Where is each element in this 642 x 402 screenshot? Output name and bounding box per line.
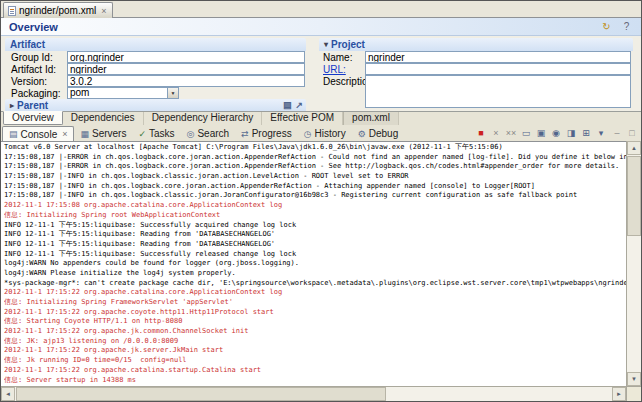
console-title-line: Tomcat v6.0 Server at localhost [Apache … [4,143,626,153]
console-icon: ▤ [9,128,18,140]
console-log-line: 信息: Server startup in 14388 ms [4,376,626,386]
remove-all-launches-icon[interactable]: ×× [505,127,517,139]
editor-tab-label: ngrinder/pom.xml [19,5,96,16]
search-tab-label: Search [197,128,229,139]
console-log-line: 17:15:08,187 |-INFO in ch.qos.logback.cl… [4,191,626,201]
maximize-icon[interactable]: □ [626,127,638,139]
tab-pom-xml[interactable]: pom.xml [343,112,399,125]
terminate-icon[interactable]: ■ [475,127,487,139]
close-icon[interactable]: × [101,6,106,16]
console-log-line: 17:15:08,187 |-ERROR in ch.qos.logback.c… [4,153,626,163]
vertical-scrollbar[interactable]: ▲ ▼ [626,141,641,386]
view-window-buttons: – □ [611,127,638,139]
tab-servers[interactable]: ▦ Servers [74,126,132,141]
packaging-label: Packaging: [11,88,60,99]
tasks-icon: ✓ [138,128,146,140]
console-log-line: 2012-11-1 17:15:22 org.apache.jk.server.… [4,346,626,356]
tab-search[interactable]: ◎ Search [181,126,236,141]
scroll-right-icon[interactable]: ► [612,387,626,401]
artifact-section-header: Artifact [5,38,306,51]
debug-tab-label: Debug [369,128,398,139]
search-icon: ◎ [187,128,195,140]
open-console-icon[interactable]: ⊞ [580,127,592,139]
pin-console-icon[interactable]: ◉ [550,127,562,139]
tab-tasks[interactable]: ✓ Tasks [132,126,180,141]
scroll-up-icon[interactable]: ▲ [627,141,641,155]
console-log[interactable]: Tomcat v6.0 Server at localhost [Apache … [1,141,626,386]
editor-page-tabbar: Overview Dependencies Dependency Hierarc… [1,111,641,125]
view-menu-icon[interactable]: ▾ [595,127,607,139]
tab-effective-pom[interactable]: Effective POM [262,112,343,125]
console-log-line: 2012-11-1 17:15:22 org.apache.catalina.c… [4,288,626,298]
console-log-line: 信息: Starting Coyote HTTP/1.1 on http-808… [4,317,626,327]
help-icon[interactable]: ? [620,20,633,33]
tab-console[interactable]: ▤ Console × [2,126,74,141]
progress-tab-label: Progress [252,128,292,139]
artifact-id-field[interactable] [67,63,305,75]
console-log-line: 17:15:08,187 |-INFO in ch.qos.logback.co… [4,182,626,192]
remove-launch-icon[interactable]: × [490,127,502,139]
vertical-scrollbar-thumb[interactable] [627,156,641,236]
history-icon: ◷ [304,128,312,140]
tab-dependencies[interactable]: Dependencies [63,112,144,125]
name-field[interactable] [365,51,631,63]
tasks-tab-label: Tasks [149,128,175,139]
console-log-line: log4j:WARN Please initialize the log4j s… [4,269,626,279]
console-log-line: 2012-11-1 17:15:22 org.apache.catalina.s… [4,366,626,376]
console-tab-label: Console [21,129,58,140]
version-label: Version: [11,76,47,87]
group-id-field[interactable] [67,51,305,63]
tab-history[interactable]: ◷ History [298,126,352,141]
servers-icon: ▦ [80,128,89,140]
version-field[interactable] [67,75,305,87]
console-log-line: INFO 12-11-1 下午5:15:liquibase: Reading f… [4,230,626,240]
chevron-down-icon[interactable]: ▼ [167,88,178,98]
project-section-title: Project [331,38,365,51]
display-selected-console-icon[interactable]: ◨ [565,127,577,139]
horizontal-scrollbar-thumb[interactable] [16,387,386,401]
console-log-line: 信息: Initializing Spring root WebApplicat… [4,211,626,221]
packaging-select[interactable]: pom ▼ [67,87,179,99]
console-log-line: INFO 12-11-1 下午5:15:liquibase: Reading f… [4,240,626,250]
console-log-line: INFO 12-11-1 下午5:15:liquibase: Successfu… [4,250,626,260]
chevron-expanded-icon[interactable]: ▾ [324,38,328,51]
xml-file-icon [8,6,16,16]
progress-icon: ⇄ [241,128,249,140]
close-icon[interactable]: × [62,129,67,139]
tab-progress[interactable]: ⇄ Progress [235,126,298,141]
debug-icon: ⚙ [358,128,366,140]
description-field[interactable] [365,75,631,108]
minimize-icon[interactable]: – [611,127,623,139]
url-field[interactable] [365,63,631,75]
console-log-line: 2012-11-1 17:15:08 org.apache.catalina.c… [4,201,626,211]
clear-console-icon[interactable]: ▭ [520,127,532,139]
horizontal-scrollbar[interactable]: ◄ ► [1,386,626,401]
overview-form-header [1,18,641,36]
packaging-value: pom [68,88,167,98]
console-log-line: log4j:WARN No appenders could be found f… [4,259,626,269]
page-title: Overview [9,21,58,33]
refresh-icon[interactable]: ↻ [600,20,613,33]
group-id-label: Group Id: [11,52,53,63]
project-section-header[interactable]: ▾ Project [319,38,633,51]
tab-overview[interactable]: Overview [3,111,63,125]
console-log-line: 信息: Initializing Spring FrameworkServlet… [4,298,626,308]
eclipse-window: ngrinder/pom.xml × Overview ↻ ? Artifact… [0,0,642,402]
scroll-left-icon[interactable]: ◄ [1,387,15,401]
tab-debug[interactable]: ⚙ Debug [352,126,405,141]
url-link-label[interactable]: URL: [323,64,346,75]
console-log-line: 2012-11-1 17:15:22 org.apache.jk.common.… [4,327,626,337]
tab-dependency-hierarchy[interactable]: Dependency Hierarchy [144,112,263,125]
console-log-line: *sys-package-mgr*: can't create package … [4,279,626,289]
artifact-id-label: Artifact Id: [11,64,56,75]
console-log-line: 17:15:08,187 |-ERROR in ch.qos.logback.c… [4,162,626,172]
scroll-down-icon[interactable]: ▼ [627,372,641,386]
scroll-lock-icon[interactable]: ▣ [535,127,547,139]
servers-tab-label: Servers [92,128,126,139]
console-log-line: 信息: JK: ajp13 listening on /0.0.0.0:8009 [4,337,626,347]
console-log-line: 17:15:08,187 |-INFO in ch.qos.logback.cl… [4,172,626,182]
console-toolbar: ■ × ×× ▭ ▣ ◉ ◨ ⊞ ▾ [475,127,607,139]
editor-tab-pom[interactable]: ngrinder/pom.xml × [3,2,113,18]
editor-tabbar: ngrinder/pom.xml × [1,1,641,18]
console-log-line: INFO 12-11-1 下午5:15:liquibase: Successfu… [4,221,626,231]
